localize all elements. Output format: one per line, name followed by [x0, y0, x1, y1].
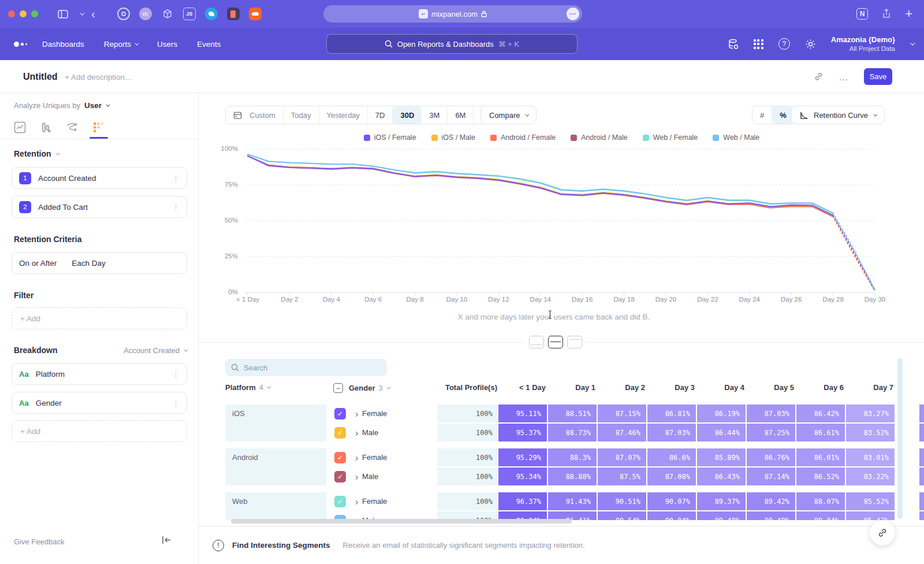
- vertical-scrollbar[interactable]: [897, 358, 903, 519]
- kebab-menu-icon[interactable]: ⋮: [172, 399, 180, 407]
- report-title[interactable]: Untitled: [23, 72, 58, 82]
- retention-line-chart[interactable]: [245, 146, 878, 297]
- format-number-toggle[interactable]: #: [752, 106, 772, 124]
- series-checkbox[interactable]: ✓: [334, 427, 346, 439]
- range-custom[interactable]: Custom: [242, 106, 284, 124]
- range-yesterday[interactable]: Yesterday: [319, 106, 368, 124]
- filter-section-header: Filter: [14, 291, 187, 300]
- day-column-header: Day 4: [696, 383, 744, 392]
- kebab-menu-icon[interactable]: ⋮: [172, 370, 180, 379]
- select-all-checkbox[interactable]: −: [333, 383, 343, 393]
- help-icon[interactable]: ?: [778, 38, 790, 50]
- notion-icon[interactable]: N: [856, 8, 868, 20]
- expand-row-icon[interactable]: [349, 429, 362, 436]
- view-table-focus-icon[interactable]: [567, 336, 582, 348]
- step-account-created[interactable]: 1 Account Created ⋮: [12, 167, 187, 189]
- series-checkbox[interactable]: ✓: [334, 408, 346, 420]
- legend-item[interactable]: iOS / Female: [364, 133, 416, 142]
- tab-funnels-icon[interactable]: [40, 121, 52, 133]
- filter-add-button[interactable]: + Add: [12, 307, 187, 329]
- js-icon[interactable]: JS: [183, 8, 196, 20]
- window-zoom-button[interactable]: [31, 10, 38, 17]
- range-7d[interactable]: 7D: [368, 106, 393, 124]
- tab-flows-icon[interactable]: [66, 121, 79, 133]
- nav-users[interactable]: Users: [157, 40, 177, 49]
- window-close-button[interactable]: [8, 10, 15, 17]
- legend-item[interactable]: Android / Male: [571, 133, 628, 142]
- avatar-m-icon[interactable]: m: [139, 8, 152, 20]
- settings-gear-icon[interactable]: [805, 39, 816, 50]
- find-segments-title[interactable]: Find Interesting Segments: [232, 541, 330, 550]
- retention-value-cell: 85.47%: [846, 511, 895, 520]
- tab-insights-icon[interactable]: [14, 121, 26, 133]
- criteria-interval[interactable]: Each Day: [72, 259, 106, 268]
- retention-value-cell: 88.3%: [548, 448, 597, 466]
- data-management-icon[interactable]: [728, 39, 739, 50]
- retention-criteria-card[interactable]: On or After Each Day: [12, 252, 187, 274]
- back-icon[interactable]: ‹: [91, 8, 95, 21]
- bird-icon[interactable]: [205, 8, 218, 20]
- cube-icon[interactable]: [161, 8, 174, 20]
- range-3m[interactable]: 3M: [422, 106, 448, 124]
- chevron-down-icon[interactable]: [80, 12, 83, 16]
- criteria-mode[interactable]: On or After: [19, 259, 57, 268]
- table-search-input[interactable]: Search: [225, 359, 387, 376]
- expand-row-icon[interactable]: [349, 454, 362, 461]
- collapse-sidebar-icon[interactable]: [162, 536, 172, 544]
- nav-events[interactable]: Events: [197, 40, 221, 49]
- chart-type-dropdown[interactable]: Retention Curve: [791, 106, 885, 124]
- notebook-icon[interactable]: [227, 8, 240, 20]
- gender-column-header[interactable]: − Gender 3: [333, 383, 389, 393]
- copy-link-icon[interactable]: [814, 72, 824, 81]
- mixpanel-logo-icon[interactable]: [14, 42, 27, 47]
- platform-column-header[interactable]: Platform 4: [225, 383, 270, 392]
- breakdown-event-dropdown[interactable]: Account Created: [124, 346, 187, 355]
- series-checkbox[interactable]: ✓: [334, 496, 346, 507]
- url-more-icon[interactable]: ···: [567, 8, 579, 20]
- analyze-value-dropdown[interactable]: User: [84, 101, 102, 110]
- nav-reports[interactable]: Reports: [104, 40, 137, 49]
- view-split-icon[interactable]: [548, 336, 563, 348]
- target-icon[interactable]: [117, 8, 130, 20]
- legend-item[interactable]: iOS / Male: [431, 133, 475, 142]
- kebab-menu-icon[interactable]: ⋮: [172, 174, 180, 183]
- address-bar[interactable]: mixpanel.com ···: [323, 5, 582, 23]
- range-6m[interactable]: 6M: [448, 106, 474, 124]
- expand-row-icon[interactable]: [349, 498, 362, 505]
- account-switcher[interactable]: Amazonia {Demo} All Project Data: [831, 35, 895, 53]
- legend-item[interactable]: Android / Female: [490, 133, 556, 142]
- breakdown-platform[interactable]: Aa Platform ⋮: [12, 363, 187, 385]
- range-30d[interactable]: 30D: [393, 106, 422, 124]
- series-checkbox[interactable]: ✓: [334, 471, 346, 483]
- expand-row-icon[interactable]: [349, 410, 362, 417]
- tab-retention-icon[interactable]: [92, 121, 105, 133]
- window-minimize-button[interactable]: [20, 10, 27, 17]
- clipped-day8-cell: [919, 424, 924, 441]
- cloud-icon[interactable]: [249, 8, 262, 20]
- step-added-to-cart[interactable]: 2 Added To Cart ⋮: [12, 196, 187, 218]
- add-description[interactable]: + Add description...: [65, 73, 131, 81]
- breakdown-add-button[interactable]: + Add: [12, 420, 187, 442]
- more-options-icon[interactable]: …: [839, 72, 849, 83]
- range-today[interactable]: Today: [284, 106, 319, 124]
- share-link-fab[interactable]: [870, 520, 895, 546]
- give-feedback-link[interactable]: Give Feedback: [14, 537, 64, 546]
- expand-row-icon[interactable]: [349, 473, 362, 480]
- horizontal-scrollbar[interactable]: [231, 519, 572, 524]
- breakdown-gender[interactable]: Aa Gender ⋮: [12, 392, 187, 414]
- apps-grid-icon[interactable]: [754, 39, 763, 49]
- series-checkbox[interactable]: ✓: [334, 452, 346, 463]
- compare-button[interactable]: Compare: [480, 106, 536, 124]
- retention-value-cell: 91.43%: [548, 492, 597, 510]
- browser-sidebar-toggle-icon[interactable]: [58, 10, 68, 18]
- global-search-input[interactable]: Open Reports & Dashboards ⌘ + K: [326, 34, 578, 54]
- new-tab-icon[interactable]: +: [905, 6, 912, 21]
- kebab-menu-icon[interactable]: ⋮: [172, 203, 180, 212]
- save-button[interactable]: Save: [864, 68, 892, 85]
- legend-item[interactable]: Web / Female: [643, 133, 698, 142]
- legend-item[interactable]: Web / Male: [713, 133, 759, 142]
- retention-section-header[interactable]: Retention: [14, 149, 187, 158]
- share-icon[interactable]: [882, 9, 891, 19]
- nav-dashboards[interactable]: Dashboards: [42, 40, 84, 49]
- view-chart-focus-icon[interactable]: [529, 336, 544, 348]
